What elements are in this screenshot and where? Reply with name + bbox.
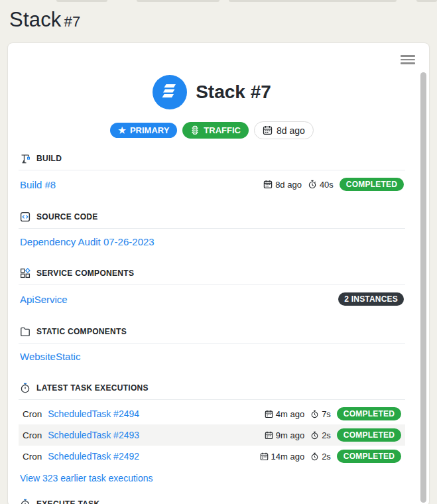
primary-badge-label: PRIMARY bbox=[130, 126, 169, 135]
stopwatch-icon bbox=[310, 410, 319, 418]
top-cutoff-button bbox=[416, 0, 437, 2]
task-type: Cron bbox=[23, 452, 42, 462]
task-age-label: 4m ago bbox=[276, 409, 304, 419]
page-title: Stack#7 bbox=[0, 0, 437, 38]
card-menu-button[interactable] bbox=[401, 53, 415, 66]
card-content: Stack #7 ★ PRIMARY TRAFFIC bbox=[8, 43, 429, 504]
stack-header: Stack #7 bbox=[19, 75, 405, 109]
task-meta: 9m ago 2s COMPLETED bbox=[265, 428, 401, 442]
folder-icon bbox=[20, 326, 31, 337]
section-task-executions: LATEST TASK EXECUTIONS Cron ScheduledTas… bbox=[19, 377, 405, 485]
build-duration-label: 40s bbox=[320, 180, 334, 190]
view-earlier-tasks-link[interactable]: View 323 earlier task executions bbox=[20, 473, 153, 483]
static-component-row: WebsiteStatic bbox=[19, 344, 405, 369]
age-badge: 8d ago bbox=[254, 121, 314, 139]
stopwatch-icon bbox=[310, 431, 319, 440]
task-age-label: 9m ago bbox=[276, 430, 304, 440]
service-component-row: ApiService 2 INSTANCES bbox=[19, 285, 405, 312]
task-duration-label: 7s bbox=[322, 409, 331, 419]
task-row: Cron ScheduledTask #2492 14m ago bbox=[19, 446, 405, 467]
code-box-icon bbox=[20, 212, 31, 222]
source-code-row: Dependency Audit 07-26-2023 bbox=[19, 229, 405, 254]
task-duration-label: 2s bbox=[322, 430, 331, 440]
build-meta: 8d ago 40s COMPLETED bbox=[263, 178, 404, 191]
hamburger-icon bbox=[401, 62, 415, 64]
section-build: BUILD Build #8 8d ago bbox=[19, 148, 405, 198]
traffic-badge: TRAFFIC bbox=[182, 122, 249, 139]
task-meta: 14m ago 2s COMPLETED bbox=[260, 450, 401, 463]
section-source-code: SOURCE CODE Dependency Audit 07-26-2023 bbox=[19, 206, 405, 254]
task-age: 9m ago bbox=[265, 430, 304, 440]
section-service-components: SERVICE COMPONENTS ApiService 2 INSTANCE… bbox=[19, 263, 405, 312]
age-badge-label: 8d ago bbox=[277, 126, 305, 135]
instances-badge: 2 INSTANCES bbox=[338, 292, 404, 306]
task-type: Cron bbox=[23, 430, 42, 440]
build-age-label: 8d ago bbox=[275, 180, 302, 190]
build-duration: 40s bbox=[308, 180, 334, 190]
stack-card-title: Stack #7 bbox=[196, 82, 271, 103]
website-static-link[interactable]: WebsiteStatic bbox=[20, 351, 80, 362]
task-meta: 4m ago 7s COMPLETED bbox=[265, 407, 401, 420]
task-link[interactable]: ScheduledTask #2492 bbox=[48, 451, 139, 462]
scrollbar-thumb[interactable] bbox=[420, 72, 426, 503]
stopwatch-icon bbox=[310, 452, 319, 461]
stack-logo-icon bbox=[153, 75, 187, 109]
hamburger-icon bbox=[401, 59, 415, 61]
execute-task-heading-label: EXECUTE TASK bbox=[36, 499, 99, 504]
task-duration: 2s bbox=[310, 452, 331, 462]
build-heading-label: BUILD bbox=[36, 154, 62, 163]
primary-badge: ★ PRIMARY bbox=[110, 123, 177, 138]
task-row: Cron ScheduledTask #2494 4m ago bbox=[19, 403, 405, 424]
badge-row: ★ PRIMARY TRAFFIC bbox=[19, 121, 405, 139]
build-age: 8d ago bbox=[263, 180, 302, 190]
service-components-heading-label: SERVICE COMPONENTS bbox=[36, 269, 134, 278]
source-code-link[interactable]: Dependency Audit 07-26-2023 bbox=[20, 236, 155, 247]
calendar-icon bbox=[263, 180, 273, 189]
page-title-text: Stack bbox=[9, 8, 62, 31]
traffic-light-icon bbox=[190, 125, 200, 135]
page-title-number: #7 bbox=[64, 13, 81, 30]
calendar-icon bbox=[260, 452, 269, 461]
top-cutoff-button bbox=[229, 0, 397, 2]
task-link[interactable]: ScheduledTask #2493 bbox=[48, 430, 139, 440]
stack-card: Stack #7 ★ PRIMARY TRAFFIC bbox=[7, 42, 430, 504]
task-type: Cron bbox=[23, 409, 42, 419]
stopwatch-icon bbox=[20, 499, 31, 504]
calendar-icon bbox=[265, 431, 273, 440]
task-age: 4m ago bbox=[265, 409, 304, 419]
task-row: Cron ScheduledTask #2493 9m ago bbox=[19, 424, 405, 446]
task-status-badge: COMPLETED bbox=[337, 407, 401, 420]
build-heading: BUILD bbox=[19, 148, 405, 170]
task-executions-heading-label: LATEST TASK EXECUTIONS bbox=[36, 383, 149, 393]
task-age: 14m ago bbox=[260, 452, 305, 462]
calendar-icon bbox=[265, 410, 273, 418]
scrollbar-track[interactable] bbox=[420, 72, 426, 503]
task-link[interactable]: ScheduledTask #2494 bbox=[48, 409, 139, 419]
task-duration-label: 2s bbox=[322, 452, 331, 462]
task-duration: 2s bbox=[310, 430, 331, 440]
star-icon: ★ bbox=[118, 126, 126, 135]
task-duration: 7s bbox=[310, 409, 331, 419]
top-cutoff-button bbox=[137, 0, 219, 2]
execute-task-heading: EXECUTE TASK bbox=[19, 493, 405, 504]
api-service-link[interactable]: ApiService bbox=[20, 294, 68, 305]
top-cutoff-button bbox=[56, 0, 107, 2]
stopwatch-icon bbox=[308, 180, 317, 189]
stopwatch-icon bbox=[20, 383, 31, 393]
task-status-badge: COMPLETED bbox=[337, 428, 401, 442]
components-icon bbox=[20, 268, 31, 279]
static-components-heading: STATIC COMPONENTS bbox=[19, 321, 405, 344]
source-code-heading: SOURCE CODE bbox=[19, 206, 405, 229]
static-components-heading-label: STATIC COMPONENTS bbox=[36, 327, 127, 336]
build-row: Build #8 8d ago bbox=[19, 170, 405, 198]
section-execute-task: EXECUTE TASK Select Task to Execute bbox=[19, 493, 405, 504]
service-components-heading: SERVICE COMPONENTS bbox=[19, 263, 405, 285]
traffic-badge-label: TRAFFIC bbox=[204, 126, 241, 135]
crane-icon bbox=[20, 153, 31, 164]
source-code-heading-label: SOURCE CODE bbox=[36, 212, 98, 221]
build-status-badge: COMPLETED bbox=[340, 178, 404, 191]
task-status-badge: COMPLETED bbox=[337, 450, 401, 463]
hamburger-icon bbox=[401, 55, 415, 57]
task-age-label: 14m ago bbox=[271, 452, 305, 462]
build-link[interactable]: Build #8 bbox=[20, 179, 56, 190]
